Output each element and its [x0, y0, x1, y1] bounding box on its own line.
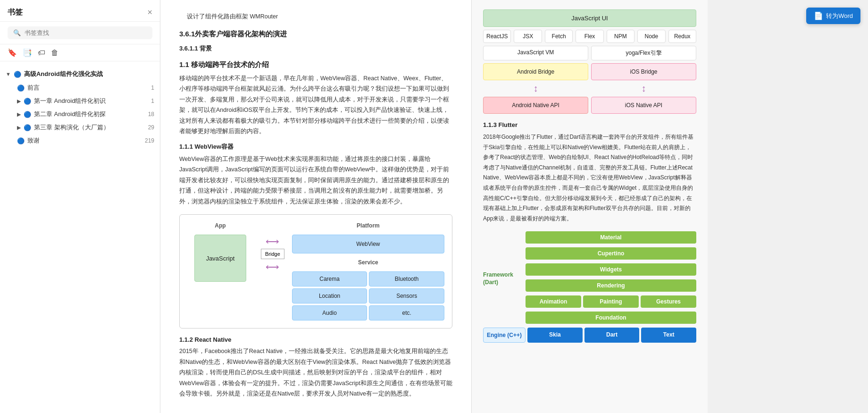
- fl-section-title: 1.1.3 Flutter: [483, 121, 696, 128]
- bookmark-delete-icon[interactable]: 🗑: [51, 49, 58, 57]
- rn-arrow-right-icon: ⟷: [266, 261, 279, 272]
- fl-npm: NPM: [607, 30, 634, 43]
- doc-panel: 设计了组件化路由框架 WMRouter 3.6.1外卖客户端容器化架构的演进 3…: [160, 0, 472, 413]
- bookmark-add-icon[interactable]: 🔖: [8, 48, 17, 57]
- fl-three-col: Animation Painting Gestures: [526, 295, 696, 310]
- list-item[interactable]: ▶ 🔵 第三章 架构演化（大厂篇） 29: [0, 121, 160, 134]
- list-item[interactable]: ▶ 🔵 第二章 Android组件化初探 18: [0, 108, 160, 121]
- doc-bullet-1: 设计了组件化路由框架 WMRouter: [179, 11, 452, 22]
- bookmark-toolbar: 🔖 📑 🏷 🗑: [0, 44, 160, 61]
- bookmark-list: ▼ 🔵 高级Android组件化强化实战 🔵 前言 1 ▶ 🔵 第一章 Andr…: [0, 61, 160, 413]
- fl-native-row: Android Native API iOS Native API: [483, 97, 696, 114]
- rn-carema-box: Carema: [292, 271, 367, 287]
- rn-service-grid: Carema Bluetooth Location Sensors Audio …: [292, 271, 444, 320]
- sidebar-title: 书签: [8, 8, 23, 17]
- sidebar-header: 书签 ×: [0, 0, 160, 22]
- fl-framework-label: Framework(Dart): [483, 231, 526, 326]
- fl-material-bar: Material: [526, 231, 696, 244]
- flutter-panel: JavaScript UI ReactJS JSX Fetch Flex NPM…: [472, 0, 708, 413]
- fl-text-btn: Text: [641, 328, 696, 343]
- fl-js-arch: JavaScript UI ReactJS JSX Fetch Flex NPM…: [483, 9, 696, 114]
- close-button[interactable]: ×: [147, 8, 152, 17]
- fl-engine-label: Engine (C++): [483, 328, 526, 343]
- search-box: 🔍: [8, 26, 152, 39]
- bookmark-list-icon[interactable]: 📑: [23, 48, 32, 57]
- bm-item-ch2-page: 18: [143, 111, 154, 118]
- rn-bluetooth-box: Bluetooth: [369, 271, 444, 287]
- item-bookmark-icon: 🔵: [24, 98, 31, 105]
- item-arrow-icon: ▶: [17, 98, 21, 104]
- rn-arrow-left-icon: ⟷: [266, 236, 279, 247]
- collapse-arrow-icon: ▼: [6, 71, 11, 77]
- rn-bridge-label: Bridge: [261, 249, 284, 259]
- fl-painting-bar: Painting: [583, 295, 639, 308]
- fl-foundation-bar: Foundation: [526, 312, 696, 324]
- fl-framework-row: Framework(Dart) Material Cupertino Widge…: [483, 231, 696, 326]
- fl-fetch: Fetch: [545, 30, 573, 43]
- rn-bridge-section: ⟷ Bridge ⟷: [261, 236, 284, 272]
- convert-btn-label: 转为Word: [826, 12, 853, 20]
- fl-jsx: JSX: [514, 30, 542, 43]
- doc-p1: 移动端的跨平台技术不是一个新话题，早在几年前，WebView容器、React N…: [179, 73, 452, 137]
- fl-yoga: yoga/Flex引擎: [591, 46, 696, 60]
- doc-section-3611: 3.6.1.1 背景: [179, 44, 452, 53]
- search-input[interactable]: [25, 29, 147, 36]
- item-arrow-icon: ▶: [17, 125, 21, 131]
- bm-item-ch1-page: 1: [143, 98, 154, 104]
- item-arrow-icon: ▶: [17, 111, 21, 118]
- bookmark-tag-icon[interactable]: 🏷: [38, 49, 45, 57]
- bm-item-ch3-page: 29: [143, 124, 154, 131]
- fl-vm: JavaScript VM: [483, 46, 588, 60]
- fl-arch-diagram: Framework(Dart) Material Cupertino Widge…: [483, 231, 696, 343]
- list-item[interactable]: 🔵 致谢 219: [0, 134, 160, 147]
- rn-webview-box: WebView: [292, 235, 444, 253]
- section-bookmark-icon: 🔵: [14, 71, 21, 78]
- fl-vm-row: JavaScript VM yoga/Flex引擎: [483, 46, 696, 60]
- fl-rendering-bar: Rendering: [526, 279, 696, 292]
- convert-to-word-button[interactable]: 📄 转为Word: [806, 8, 860, 24]
- doc-section-361: 3.6.1外卖客户端容器化架构的演进: [179, 30, 452, 39]
- fl-redux: Redux: [668, 30, 696, 43]
- search-icon: 🔍: [13, 29, 21, 36]
- rn-location-box: Location: [292, 288, 367, 303]
- rn-app-col: App JavaScript: [187, 222, 253, 282]
- list-item[interactable]: ▶ 🔵 第一章 Android组件化初识 1: [0, 94, 160, 108]
- fl-engine-row: Engine (C++) Skia Dart Text: [483, 328, 696, 343]
- list-item[interactable]: 🔵 前言 1: [0, 81, 160, 94]
- fl-node: Node: [637, 30, 665, 43]
- word-icon: 📄: [814, 11, 823, 20]
- bm-items: 🔵 前言 1 ▶ 🔵 第一章 Android组件化初识 1 ▶ 🔵 第二章 An…: [0, 81, 160, 147]
- fl-bridge-row: Android Bridge iOS Bridge: [483, 63, 696, 80]
- fl-ios-bridge: iOS Bridge: [591, 63, 696, 80]
- bm-item-ch2-title: 第二章 Android组件化初探: [34, 110, 140, 118]
- fl-cupertino-bar: Cupertino: [526, 247, 696, 260]
- bm-section-title-main: 高级Android组件化强化实战: [24, 70, 154, 78]
- fl-arrows-row: ↕ ↕: [483, 83, 696, 94]
- fl-dart-btn: Dart: [584, 328, 640, 343]
- doc-section-11: 1.1 移动端跨平台技术的介绍: [179, 60, 452, 69]
- bm-item-ch3-title: 第三章 架构演化（大厂篇）: [34, 123, 140, 132]
- item-bookmark-icon: 🔵: [17, 84, 25, 92]
- fl-flex: Flex: [576, 30, 603, 43]
- bm-section-header-main[interactable]: ▼ 🔵 高级Android组件化强化实战: [0, 67, 160, 81]
- fl-cells-row: ReactJS JSX Fetch Flex NPM Node Redux: [483, 30, 696, 43]
- doc-section-112: 1.1.2 React Native: [179, 336, 452, 343]
- fl-arrow-android-icon: ↕: [483, 83, 588, 94]
- doc-section-111: 1.1.1 WebView容器: [179, 143, 452, 151]
- sidebar: 书签 × 🔍 🔖 📑 🏷 🗑 ▼ 🔵 高级Android组件化强化实战 🔵 前言: [0, 0, 160, 413]
- fl-skia-btn: Skia: [527, 328, 583, 343]
- fl-ios-native: iOS Native API: [591, 97, 696, 114]
- fl-reactjs: ReactJS: [483, 30, 511, 43]
- bm-item-ch1-title: 第一章 Android组件化初识: [34, 97, 140, 105]
- bm-item-thanks-title: 致谢: [27, 136, 140, 145]
- bm-item-thanks-page: 219: [143, 137, 154, 144]
- fl-gestures-bar: Gestures: [641, 295, 696, 308]
- fl-flutter-text: 2018年Google推出了Flutter，通过Dart语言构建一套跨平台的开发…: [483, 132, 696, 224]
- item-bookmark-icon: 🔵: [24, 124, 31, 131]
- rn-platform-col: Platform WebView Service Carema Bluetoot…: [292, 222, 444, 320]
- item-bookmark-icon: 🔵: [17, 137, 25, 144]
- fl-widgets-bar: Widgets: [526, 263, 696, 276]
- fl-android-native: Android Native API: [483, 97, 588, 114]
- doc-p2: WebView容器的工作原理是基于Web技术来实现界面和功能，通过将原生的接口封…: [179, 154, 452, 207]
- main-content: 设计了组件化路由框架 WMRouter 3.6.1外卖客户端容器化架构的演进 3…: [160, 0, 868, 413]
